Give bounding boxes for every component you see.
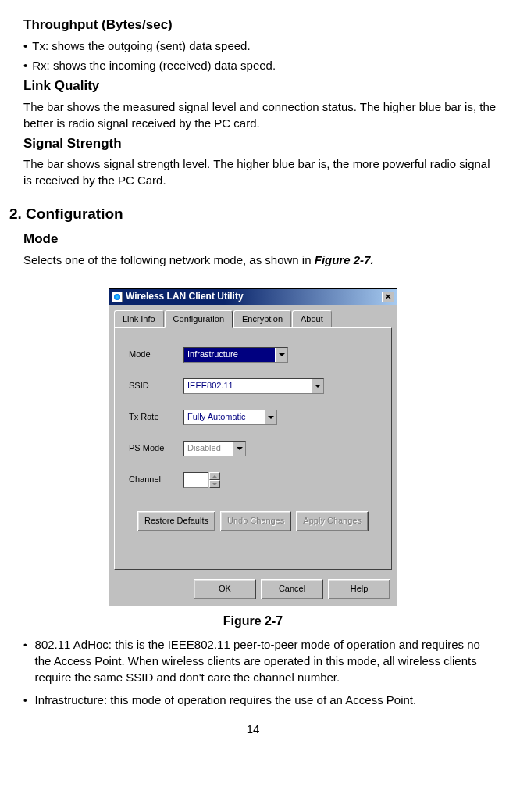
restore-defaults-button[interactable]: Restore Defaults	[137, 511, 215, 531]
figure-ref: Figure 2-7	[315, 253, 371, 266]
cancel-button[interactable]: Cancel	[261, 579, 323, 599]
tab-encryption[interactable]: Encryption	[233, 310, 291, 328]
txrate-label: Tx Rate	[129, 411, 183, 423]
figure-caption: Figure 2-7	[9, 613, 497, 630]
help-button[interactable]: Help	[328, 579, 390, 599]
mode-intro: Selects one of the following network mod…	[23, 252, 497, 268]
channel-spinner[interactable]	[183, 472, 220, 488]
channel-label: Channel	[129, 474, 183, 485]
configuration-panel: Mode Infrastructure SSID IEEE802.11 Tx R…	[114, 327, 392, 570]
app-icon	[112, 292, 123, 302]
ssid-dropdown[interactable]: IEEE802.11	[183, 378, 324, 394]
mode-intro-suffix: .	[370, 253, 373, 266]
mode-label: Mode	[129, 349, 183, 360]
rx-bullet: • Rx: shows the incoming (received) data…	[23, 57, 497, 73]
psmode-dropdown[interactable]: Disabled	[183, 441, 246, 456]
mode-intro-prefix: Selects one of the following network mod…	[23, 253, 315, 266]
bullet-icon: •	[23, 639, 27, 685]
link-quality-heading: Link Quality	[23, 77, 497, 95]
signal-strength-heading: Signal Strength	[23, 134, 497, 153]
infrastructure-text: Infrastructure: this mode of operation r…	[35, 692, 417, 708]
link-quality-text: The bar shows the measured signal level …	[23, 98, 497, 131]
configuration-heading: 2. Configuration	[9, 204, 497, 225]
tx-bullet: • Tx: shows the outgoing (sent) data spe…	[23, 38, 497, 54]
dialog-title: Wireless LAN Client Utility	[126, 290, 382, 303]
bullet-icon: •	[23, 694, 27, 708]
tx-text: Tx: shows the outgoing (sent) data speed…	[32, 38, 250, 54]
chevron-down-icon[interactable]	[264, 410, 276, 424]
txrate-value: Fully Automatic	[184, 410, 264, 424]
psmode-label: PS Mode	[129, 442, 183, 454]
apply-changes-button[interactable]: Apply Changes	[296, 511, 369, 531]
psmode-value: Disabled	[184, 442, 233, 456]
chevron-down-icon[interactable]	[275, 348, 287, 362]
spinner-up-icon[interactable]	[209, 472, 220, 480]
list-item: • 802.11 AdHoc: this is the IEEE802.11 p…	[23, 636, 497, 685]
tab-configuration[interactable]: Configuration	[165, 310, 233, 328]
ssid-label: SSID	[129, 380, 183, 392]
adhoc-text: 802.11 AdHoc: this is the IEEE802.11 pee…	[35, 636, 497, 685]
ok-button[interactable]: OK	[194, 579, 256, 599]
mode-dropdown[interactable]: Infrastructure	[183, 347, 288, 363]
throughput-heading: Throughput (Bytes/sec)	[23, 16, 497, 34]
ssid-value: IEEE802.11	[184, 379, 311, 393]
chevron-down-icon[interactable]	[311, 379, 323, 393]
dialog-titlebar: Wireless LAN Client Utility ✕	[109, 289, 397, 305]
undo-changes-button[interactable]: Undo Changes	[220, 511, 291, 531]
close-icon[interactable]: ✕	[382, 292, 394, 302]
tab-about[interactable]: About	[292, 310, 332, 328]
bullet-dot-icon: •	[23, 38, 27, 54]
spinner-down-icon[interactable]	[209, 480, 220, 488]
signal-strength-text: The bar shows signal strength level. The…	[23, 156, 497, 188]
txrate-dropdown[interactable]: Fully Automatic	[183, 410, 277, 425]
chevron-down-icon[interactable]	[233, 442, 245, 456]
page-number: 14	[9, 721, 497, 737]
bullet-dot-icon: •	[23, 57, 27, 73]
mode-heading: Mode	[23, 230, 497, 249]
wireless-utility-dialog: Wireless LAN Client Utility ✕ Link Info …	[109, 288, 397, 606]
rx-text: Rx: shows the incoming (received) data s…	[32, 57, 276, 73]
tab-link-info[interactable]: Link Info	[114, 310, 164, 328]
tabstrip: Link Info Configuration Encryption About	[114, 309, 392, 327]
list-item: • Infrastructure: this mode of operation…	[23, 692, 497, 708]
mode-value: Infrastructure	[184, 348, 275, 362]
channel-value[interactable]	[183, 472, 208, 488]
